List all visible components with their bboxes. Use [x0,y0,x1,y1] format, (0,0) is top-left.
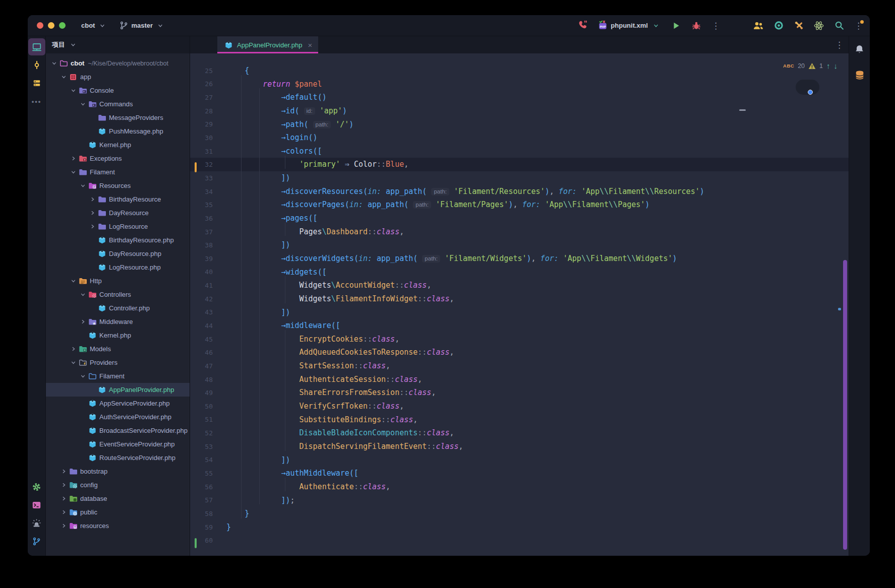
people-icon[interactable] [753,21,763,31]
code-line-34[interactable]: 34 →discoverResources(in: app_path( path… [190,185,849,199]
tree-item-eventserviceprovider-php[interactable]: EventServiceProvider.php [46,437,190,451]
tree-item-public[interactable]: public [46,505,190,519]
tools-icon[interactable] [794,21,804,31]
tree-collapse-icon[interactable] [69,169,78,175]
code-line-55[interactable]: 55 →authMiddleware([ [190,467,849,480]
code-line-28[interactable]: 28 →id( id: 'app') [190,104,849,118]
tree-expand-icon[interactable] [59,468,68,475]
phone-icon[interactable] [577,20,587,30]
tree-item-controller-php[interactable]: Controller.php [46,301,190,315]
code-line-53[interactable]: 53 DispatchServingFilamentEvent::class, [190,440,849,453]
run-configuration-selector[interactable]: PHP phpunit.xml [598,21,661,31]
tree-item-apppanelprovider-php[interactable]: AppPanelProvider.php [46,383,190,397]
code-line-43[interactable]: 43 ]) [190,306,849,319]
code-line-25[interactable]: 25 { [190,64,849,78]
code-line-60[interactable]: 60 [190,534,849,547]
tool-window-button-branch-blue[interactable] [28,533,45,550]
code-line-32[interactable]: 32 'primary' ⇒ Color::Blue, [190,158,849,171]
tree-item-exceptions[interactable]: Exceptions [46,152,190,165]
code-line-36[interactable]: 36 →pages([ [190,212,849,225]
tree-collapse-icon[interactable] [79,101,87,107]
code-line-54[interactable]: 54 ]) [190,453,849,467]
tool-window-button-commit[interactable] [28,56,45,74]
project-panel-header[interactable]: 项目 [46,36,190,53]
tree-item-logresource[interactable]: LogResource [46,220,190,233]
play-icon[interactable] [671,21,681,31]
tree-expand-icon[interactable] [88,210,97,216]
tree-collapse-icon[interactable] [79,291,87,298]
tree-item-commands[interactable]: Commands [46,97,190,111]
editor-scrollbar[interactable] [843,260,847,550]
more-actions-icon[interactable]: ⋮ [711,21,720,31]
code-line-45[interactable]: 45 EncryptCookies::class, [190,333,849,346]
tree-item-kernel-php[interactable]: Kernel.php [46,329,190,342]
project-switcher[interactable]: cbot [81,21,107,31]
code-editor[interactable]: 25 {26 return $panel27 →default()28 →id(… [190,53,849,556]
close-window-button[interactable] [37,22,43,29]
code-line-50[interactable]: 50 VerifyCsrfToken::class, [190,400,849,413]
tool-window-button-structure[interactable] [28,75,45,92]
code-line-26[interactable]: 26 return $panel [190,78,849,91]
tree-item-bootstrap[interactable]: bootstrap [46,465,190,478]
code-line-48[interactable]: 48 AuthenticateSession::class, [190,373,849,386]
tree-item-logresource-php[interactable]: LogResource.php [46,260,190,274]
tree-item-dayresource-php[interactable]: DayResource.php [46,247,190,260]
tab-options-icon[interactable]: ⋮ [835,40,844,50]
tree-collapse-icon[interactable] [79,182,87,189]
tree-item-routeserviceprovider-php[interactable]: RouteServiceProvider.php [46,451,190,465]
tree-collapse-icon[interactable] [50,60,58,67]
tree-item-http[interactable]: Http [46,274,190,288]
code-line-37[interactable]: 37 Pages\Dashboard::class, [190,225,849,239]
prev-problem-icon[interactable]: ↑ [826,61,830,70]
tree-item-resources[interactable]: Resources [46,179,190,192]
settings-menu-icon[interactable]: ⋮ [854,21,863,31]
tree-item-birthdayresource-php[interactable]: BirthdayResource.php [46,233,190,247]
tool-window-button-siren[interactable] [28,514,45,532]
tree-item-models[interactable]: Models [46,342,190,356]
code-line-51[interactable]: 51 SubstituteBindings::class, [190,413,849,427]
tree-expand-icon[interactable] [59,495,68,502]
code-line-57[interactable]: 57 ]); [190,494,849,507]
code-line-44[interactable]: 44 →middleware([ [190,319,849,333]
tree-expand-icon[interactable] [59,522,68,529]
tool-window-button-gear[interactable] [28,478,45,495]
code-line-56[interactable]: 56 Authenticate::class, [190,480,849,494]
code-line-52[interactable]: 52 DisableBladeIconComponents::class, [190,426,849,440]
code-line-42[interactable]: 42 Widgets\FilamentInfoWidget::class, [190,292,849,306]
code-line-58[interactable]: 58 } [190,507,849,520]
code-line-31[interactable]: 31 →colors([ [190,145,849,158]
tree-expand-icon[interactable] [79,318,87,325]
tree-expand-icon[interactable] [88,223,97,230]
inspections-widget[interactable]: ABC 20 1 ↑ ↓ [783,61,838,70]
tree-item-database[interactable]: database [46,492,190,505]
tree-collapse-icon[interactable] [69,278,78,284]
tree-item-resources[interactable]: resources [46,519,190,533]
tree-item-console[interactable]: Console [46,84,190,97]
tree-item-birthdayresource[interactable]: BirthdayResource [46,192,190,206]
tree-item-appserviceprovider-php[interactable]: AppServiceProvider.php [46,397,190,410]
code-line-35[interactable]: 35 →discoverPages(in: app_path( path: 'F… [190,198,849,212]
tool-window-button-more[interactable]: ••• [28,93,45,110]
search-icon[interactable] [834,21,844,31]
next-problem-icon[interactable]: ↓ [834,61,838,70]
code-line-49[interactable]: 49 ShareErrorsFromSession::class, [190,386,849,400]
fullscreen-window-button[interactable] [59,22,66,29]
code-line-59[interactable]: 59} [190,520,849,534]
tree-expand-icon[interactable] [69,155,78,162]
tree-item-filament[interactable]: Filament [46,165,190,179]
tool-window-button-project[interactable] [28,38,45,55]
tree-item-pushmessage-php[interactable]: PushMessage.php [46,124,190,138]
tool-window-button-terminal[interactable] [28,496,45,513]
tree-item-app[interactable]: app [46,70,190,84]
tree-item-broadcastserviceprovider-php[interactable]: BroadcastServiceProvider.php [46,424,190,437]
tree-expand-icon[interactable] [59,509,68,515]
tree-expand-icon[interactable] [59,482,68,488]
code-line-39[interactable]: 39 →discoverWidgets(in: app_path( path: … [190,252,849,266]
atom-icon[interactable] [814,21,824,31]
code-line-47[interactable]: 47 StartSession::class, [190,359,849,373]
bug-icon[interactable] [691,21,701,31]
tree-expand-icon[interactable] [88,196,97,203]
code-line-38[interactable]: 38 ]) [190,238,849,252]
tree-item-providers[interactable]: Providers [46,356,190,369]
branch-switcher[interactable]: master [118,21,165,31]
